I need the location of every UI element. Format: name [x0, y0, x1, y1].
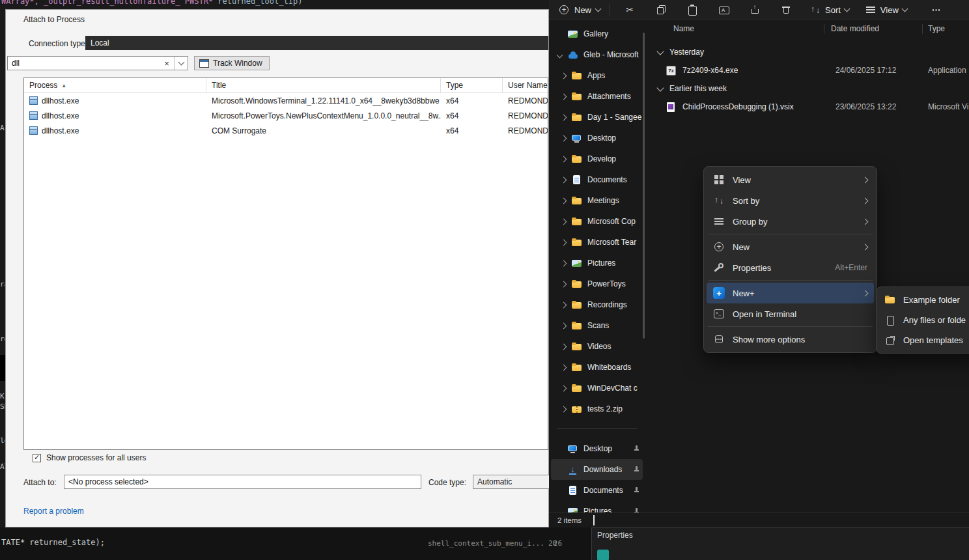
- sidebar-item-desktop[interactable]: Desktop: [551, 438, 643, 459]
- sidebar-item-pictures[interactable]: Pictures: [551, 253, 643, 273]
- rename-button[interactable]: [708, 4, 739, 16]
- context-menu-item-new-plus[interactable]: New+: [707, 283, 874, 303]
- chevron-right-icon[interactable]: [561, 156, 567, 162]
- sidebar-item-day-1-sangee[interactable]: Day 1 - Sangee: [551, 107, 643, 128]
- context-menu-item-group-by[interactable]: Group by: [707, 211, 874, 232]
- column-header-type[interactable]: Type: [923, 24, 969, 33]
- chevron-right-icon[interactable]: [561, 281, 567, 287]
- chevron-right-icon[interactable]: [561, 176, 567, 183]
- filter-dropdown-button[interactable]: [175, 62, 188, 64]
- copy-button[interactable]: [645, 4, 677, 16]
- sidebar-item-meetings[interactable]: Meetings: [551, 190, 643, 211]
- code-type-combo[interactable]: Automatic: [473, 475, 550, 489]
- view-button[interactable]: View: [865, 4, 907, 16]
- table-row[interactable]: dllhost.exe Microsoft.PowerToys.NewPlusC…: [24, 108, 548, 123]
- chevron-right-icon[interactable]: [561, 239, 567, 245]
- sidebar-item-windevchat-c[interactable]: WinDevChat c: [551, 378, 643, 399]
- submenu-item-open-templates[interactable]: Open templates: [879, 330, 969, 350]
- column-header-process[interactable]: Process▲: [24, 78, 206, 92]
- sidebar-item-label: PowerToys: [587, 279, 643, 288]
- sidebar-item-recordings[interactable]: Recordings: [551, 294, 643, 315]
- file-list-body: Yesterday 7z2409-x64.exe 24/06/2025 17:1…: [651, 38, 969, 116]
- context-menu-item-open-in-terminal[interactable]: Open in Terminal: [707, 303, 874, 324]
- chevron-right-icon: [862, 197, 869, 204]
- column-header-title[interactable]: Title: [206, 78, 441, 92]
- context-menu-item-new[interactable]: New: [707, 236, 874, 257]
- folder-icon: [571, 70, 582, 81]
- column-header-date-modified[interactable]: Date modified: [824, 24, 922, 33]
- chevron-down-icon[interactable]: [656, 84, 664, 91]
- column-header-type[interactable]: Type: [441, 78, 503, 92]
- folder-icon: [571, 237, 582, 248]
- chevron-right-icon[interactable]: [561, 343, 567, 350]
- sidebar-item-documents[interactable]: Documents: [551, 480, 643, 501]
- share-button[interactable]: [739, 4, 770, 16]
- sidebar-item-attachments[interactable]: Attachments: [551, 86, 643, 107]
- sidebar-item-develop[interactable]: Develop: [551, 148, 643, 169]
- chevron-right-icon[interactable]: [561, 385, 567, 391]
- table-row[interactable]: dllhost.exe Microsoft.WindowsTerminal_1.…: [24, 93, 548, 108]
- submenu-item-example-folder[interactable]: Example folder: [879, 290, 969, 310]
- sidebar-item-whiteboards[interactable]: Whiteboards: [551, 357, 643, 378]
- sidebar-item-pictures[interactable]: Pictures: [551, 501, 643, 513]
- cut-button[interactable]: [614, 4, 645, 16]
- report-a-problem-link[interactable]: Report a problem: [23, 507, 84, 516]
- explorer-status-bar: 2 items: [549, 512, 969, 527]
- see-more-button[interactable]: [920, 4, 951, 16]
- context-menu-item-show-more-options[interactable]: Show more options: [707, 329, 874, 350]
- track-window-button[interactable]: Track Window: [194, 56, 270, 70]
- sidebar-item-downloads[interactable]: Downloads: [551, 459, 643, 480]
- chevron-right-icon[interactable]: [561, 93, 567, 100]
- paste-button[interactable]: [677, 4, 708, 16]
- chevron-right-icon[interactable]: [561, 218, 567, 225]
- sidebar-item-label: Documents: [583, 486, 633, 495]
- sidebar-item-apps[interactable]: Apps: [551, 65, 643, 86]
- attach-to-input[interactable]: [64, 475, 421, 489]
- chevron-right-icon[interactable]: [561, 260, 567, 266]
- context-menu-item-properties[interactable]: Properties Alt+Enter: [707, 257, 874, 278]
- context-menu-item-view[interactable]: View: [707, 169, 874, 190]
- sidebar-item-label: Meetings: [587, 196, 643, 205]
- sidebar-item-microsoft-cop[interactable]: Microsoft Cop: [551, 211, 643, 232]
- sidebar-item-gallery[interactable]: Gallery: [551, 23, 643, 44]
- chevron-down-icon[interactable]: [656, 48, 664, 55]
- file-row[interactable]: ChildProcessDebugging (1).vsix 23/06/202…: [651, 98, 969, 116]
- sidebar-item-powertoys[interactable]: PowerToys: [551, 273, 643, 294]
- chevron-right-icon[interactable]: [557, 51, 563, 58]
- context-menu-item-sort-by[interactable]: Sort by: [707, 190, 874, 211]
- chevron-right-icon[interactable]: [561, 301, 567, 308]
- sort-button[interactable]: Sort: [809, 4, 849, 16]
- table-row[interactable]: dllhost.exe COM Surrogate x64 REDMOND: [24, 123, 548, 138]
- sidebar-item-desktop[interactable]: Desktop: [551, 128, 643, 148]
- column-header-name[interactable]: Name: [651, 24, 824, 33]
- process-filter-box[interactable]: ×: [7, 56, 188, 70]
- group-header-earlier-this-week[interactable]: Earlier this week: [651, 79, 969, 98]
- sidebar-scrollbar[interactable]: [643, 33, 645, 339]
- sidebar-item-videos[interactable]: Videos: [551, 336, 643, 357]
- chevron-right-icon[interactable]: [561, 72, 567, 79]
- chevron-right-icon[interactable]: [561, 135, 567, 141]
- new-button[interactable]: New: [558, 4, 600, 16]
- chevron-right-icon[interactable]: [561, 114, 567, 120]
- chevron-right-icon[interactable]: [561, 322, 567, 329]
- clear-filter-icon[interactable]: ×: [160, 59, 174, 68]
- code-line-top: WArray*, _outptr_result_nullonfailure_ P…: [1, 0, 302, 6]
- column-header-user-name[interactable]: User Name: [503, 78, 548, 92]
- submenu-item-any-files[interactable]: Any files or folde: [879, 310, 969, 330]
- explorer-toolbar: New Sort View: [549, 0, 969, 20]
- code-editor-bottom: TATE* returned_state); shell_context_sub…: [0, 527, 591, 560]
- show-all-users-checkbox[interactable]: [33, 454, 41, 462]
- file-row[interactable]: 7z2409-x64.exe 24/06/2025 17:12 Applicat…: [651, 61, 969, 79]
- process-filter-input[interactable]: [8, 59, 160, 68]
- connection-type-combo[interactable]: Local: [85, 36, 548, 50]
- chevron-right-icon[interactable]: [561, 406, 567, 412]
- chevron-right-icon[interactable]: [561, 197, 567, 204]
- delete-button[interactable]: [770, 4, 802, 16]
- sidebar-item-microsoft-tear[interactable]: Microsoft Tear: [551, 232, 643, 253]
- sidebar-item-scans[interactable]: Scans: [551, 315, 643, 336]
- group-header-yesterday[interactable]: Yesterday: [651, 43, 969, 61]
- sidebar-item-gleb-microsoft[interactable]: Gleb - Microsoft: [551, 44, 643, 65]
- chevron-right-icon[interactable]: [561, 364, 567, 371]
- sidebar-item-documents[interactable]: Documents: [551, 169, 643, 190]
- sidebar-item-tests-2-zip[interactable]: tests 2.zip: [551, 399, 643, 419]
